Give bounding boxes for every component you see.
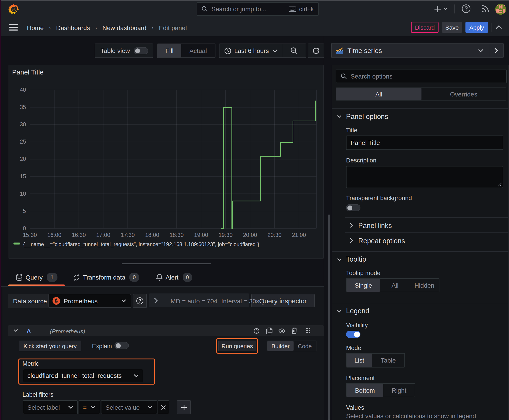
svg-text:19:30: 19:30 [219, 232, 233, 238]
svg-text:30: 30 [20, 121, 26, 128]
svg-text:{__name__="cloudflared_tunnel_: {__name__="cloudflared_tunnel_total_requ… [23, 241, 259, 247]
svg-text:35: 35 [20, 104, 26, 110]
svg-text:18:00: 18:00 [145, 232, 159, 238]
svg-text:5: 5 [23, 208, 26, 214]
svg-text:40: 40 [20, 87, 26, 93]
svg-text:15: 15 [20, 173, 26, 180]
svg-text:17:30: 17:30 [121, 232, 135, 238]
svg-text:19:00: 19:00 [194, 232, 208, 238]
svg-text:17:00: 17:00 [96, 232, 110, 238]
svg-text:10: 10 [20, 190, 26, 197]
svg-text:0: 0 [23, 225, 26, 231]
svg-text:18:30: 18:30 [170, 232, 184, 238]
svg-text:25: 25 [20, 138, 26, 145]
svg-text:20:30: 20:30 [267, 232, 282, 238]
svg-text:20:00: 20:00 [243, 232, 257, 238]
svg-text:16:30: 16:30 [72, 232, 86, 238]
svg-text:16:00: 16:00 [47, 232, 61, 238]
svg-text:21:00: 21:00 [292, 232, 306, 238]
svg-text:15:30: 15:30 [23, 232, 37, 238]
svg-text:20: 20 [20, 156, 26, 162]
